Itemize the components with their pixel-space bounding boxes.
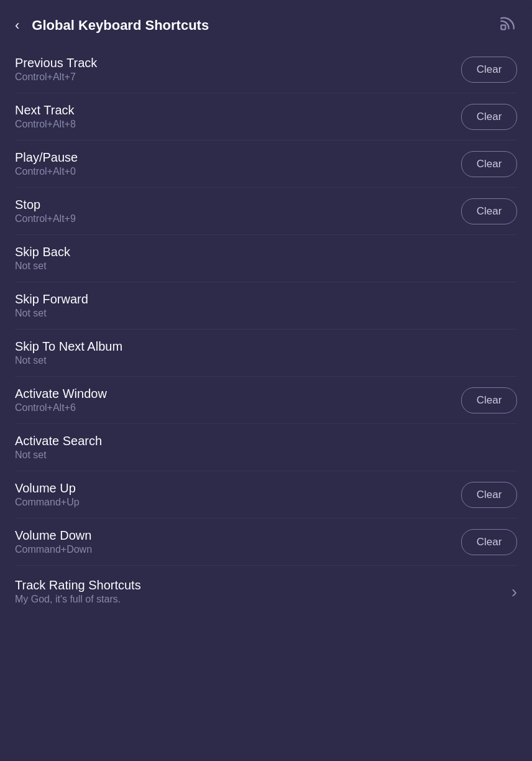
shortcut-item-volume-up: Volume UpCommand+UpClear: [15, 471, 517, 519]
shortcut-info-play-pause: Play/PauseControl+Alt+0: [15, 150, 78, 177]
clear-button-activate-window[interactable]: Clear: [461, 387, 517, 413]
cast-icon[interactable]: [500, 15, 517, 36]
shortcut-info-activate-search: Activate SearchNot set: [15, 434, 102, 461]
shortcut-info-activate-window: Activate WindowControl+Alt+6: [15, 387, 107, 413]
shortcut-key-skip-back: Not set: [15, 261, 70, 272]
shortcut-item-activate-window: Activate WindowControl+Alt+6Clear: [15, 377, 517, 424]
track-rating-description: My God, it's full of stars.: [15, 594, 141, 605]
shortcut-item-stop: StopControl+Alt+9Clear: [15, 188, 517, 235]
shortcut-item-activate-search: Activate SearchNot set: [15, 424, 517, 471]
shortcut-item-skip-back: Skip BackNot set: [15, 235, 517, 282]
shortcut-key-stop: Control+Alt+9: [15, 213, 76, 224]
page-title: Global Keyboard Shortcuts: [32, 17, 209, 34]
shortcut-name-play-pause: Play/Pause: [15, 150, 78, 165]
shortcut-info-volume-up: Volume UpCommand+Up: [15, 481, 80, 508]
header-left: ‹ Global Keyboard Shortcuts: [15, 15, 209, 36]
track-rating-name: Track Rating Shortcuts: [15, 578, 141, 593]
shortcut-key-activate-search: Not set: [15, 450, 102, 461]
clear-button-play-pause[interactable]: Clear: [461, 151, 517, 177]
shortcut-item-play-pause: Play/PauseControl+Alt+0Clear: [15, 141, 517, 188]
shortcut-key-skip-to-next-album: Not set: [15, 355, 122, 366]
shortcut-item-next-track: Next TrackControl+Alt+8Clear: [15, 93, 517, 141]
shortcut-key-volume-up: Command+Up: [15, 497, 80, 508]
page-header: ‹ Global Keyboard Shortcuts: [0, 0, 532, 46]
clear-button-stop[interactable]: Clear: [461, 198, 517, 224]
back-button[interactable]: ‹: [15, 15, 24, 36]
shortcut-info-skip-to-next-album: Skip To Next AlbumNot set: [15, 339, 122, 366]
shortcut-key-play-pause: Control+Alt+0: [15, 166, 78, 177]
shortcut-item-skip-forward: Skip ForwardNot set: [15, 282, 517, 330]
track-rating-item[interactable]: Track Rating ShortcutsMy God, it's full …: [15, 566, 517, 615]
shortcut-key-previous-track: Control+Alt+7: [15, 71, 97, 83]
svg-rect-0: [501, 25, 505, 29]
shortcut-info-stop: StopControl+Alt+9: [15, 198, 76, 224]
shortcut-name-stop: Stop: [15, 198, 76, 212]
shortcut-info-skip-forward: Skip ForwardNot set: [15, 292, 88, 319]
back-icon: ‹: [15, 17, 19, 34]
shortcut-info-next-track: Next TrackControl+Alt+8: [15, 103, 76, 130]
clear-button-next-track[interactable]: Clear: [461, 104, 517, 130]
shortcut-item-skip-to-next-album: Skip To Next AlbumNot set: [15, 330, 517, 377]
clear-button-volume-up[interactable]: Clear: [461, 482, 517, 508]
shortcut-name-activate-window: Activate Window: [15, 387, 107, 401]
shortcut-info-previous-track: Previous TrackControl+Alt+7: [15, 56, 97, 83]
shortcut-name-skip-to-next-album: Skip To Next Album: [15, 339, 122, 354]
shortcut-item-previous-track: Previous TrackControl+Alt+7Clear: [15, 46, 517, 93]
shortcuts-list: Previous TrackControl+Alt+7ClearNext Tra…: [0, 46, 532, 615]
shortcut-info-skip-back: Skip BackNot set: [15, 245, 70, 272]
shortcut-name-volume-up: Volume Up: [15, 481, 80, 496]
clear-button-previous-track[interactable]: Clear: [461, 57, 517, 83]
shortcut-name-next-track: Next Track: [15, 103, 76, 118]
shortcut-info-volume-down: Volume DownCommand+Down: [15, 528, 92, 555]
shortcut-key-activate-window: Control+Alt+6: [15, 402, 107, 413]
shortcut-key-next-track: Control+Alt+8: [15, 119, 76, 130]
shortcut-name-skip-back: Skip Back: [15, 245, 70, 259]
shortcut-item-volume-down: Volume DownCommand+DownClear: [15, 519, 517, 566]
shortcut-key-skip-forward: Not set: [15, 308, 88, 319]
shortcut-name-activate-search: Activate Search: [15, 434, 102, 448]
shortcut-name-skip-forward: Skip Forward: [15, 292, 88, 307]
shortcut-key-volume-down: Command+Down: [15, 544, 92, 555]
chevron-right-icon: ›: [511, 582, 517, 602]
clear-button-volume-down[interactable]: Clear: [461, 529, 517, 555]
track-rating-info: Track Rating ShortcutsMy God, it's full …: [15, 578, 141, 605]
shortcut-name-volume-down: Volume Down: [15, 528, 92, 543]
shortcut-name-previous-track: Previous Track: [15, 56, 97, 70]
